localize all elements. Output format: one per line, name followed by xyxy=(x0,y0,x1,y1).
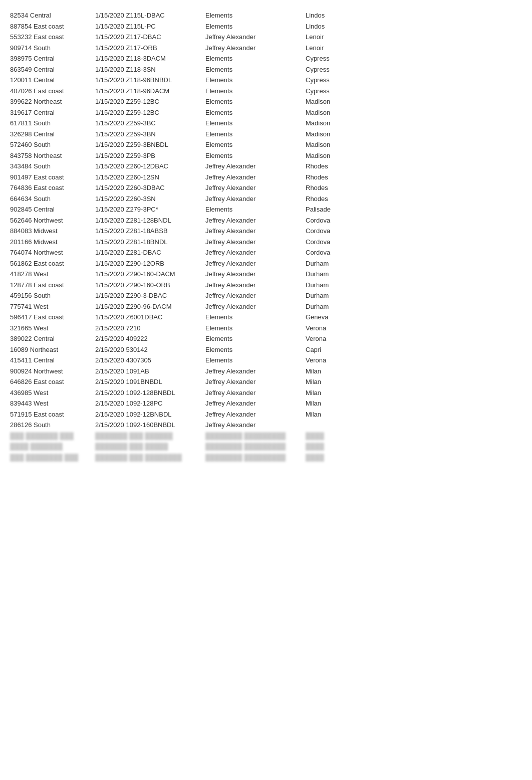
row-id: 764836 East coast xyxy=(10,183,95,193)
row-date: 2/15/2020 409222 xyxy=(95,334,205,344)
row-type: Elements xyxy=(205,22,306,32)
row-date: 1/15/2020 Z259-3BNBDL xyxy=(95,140,205,150)
row-type: Jeffrey Alexander xyxy=(205,366,306,376)
row-city: Lindos xyxy=(306,11,366,21)
row-date: 1/15/2020 Z281-18BNDL xyxy=(95,237,205,247)
row-date: 1/15/2020 Z290-160-ORB xyxy=(95,280,205,290)
row-id: 775741 West xyxy=(10,302,95,312)
row-type: Jeffrey Alexander xyxy=(205,183,306,193)
row-city: Madison xyxy=(306,151,366,161)
row-type: Jeffrey Alexander xyxy=(205,302,306,312)
row-type: Jeffrey Alexander xyxy=(205,172,306,182)
row-type: Jeffrey Alexander xyxy=(205,194,306,204)
table-row: 843758 Northeast 1/15/2020 Z259-3PB Elem… xyxy=(10,150,522,161)
row-date: 1/15/2020 Z117-ORB xyxy=(95,43,205,53)
row-id: 201166 Midwest xyxy=(10,237,95,247)
table-row: 900924 Northwest 2/15/2020 1091AB Jeffre… xyxy=(10,366,522,377)
row-city: Durham xyxy=(306,302,366,312)
row-id: 909714 South xyxy=(10,43,95,53)
row-city: Geneva xyxy=(306,312,366,322)
row-date: 1/15/2020 Z260-12SN xyxy=(95,172,205,182)
row-date: 2/15/2020 1091AB xyxy=(95,366,205,376)
row-date: 1/15/2020 Z290-160-DACM xyxy=(95,269,205,279)
row-id: 884083 Midwest xyxy=(10,226,95,236)
row-city: Capri xyxy=(306,345,366,355)
table-row: 887854 East coast 1/15/2020 Z115L-PC Ele… xyxy=(10,21,522,32)
row-id: 646826 East coast xyxy=(10,377,95,387)
row-id: 415411 Central xyxy=(10,355,95,365)
table-row: 128778 East coast 1/15/2020 Z290-160-ORB… xyxy=(10,280,522,291)
row-id: 901497 East coast xyxy=(10,172,95,182)
row-id: 571915 East coast xyxy=(10,410,95,420)
row-city: Lenoir xyxy=(306,32,366,42)
row-id: 326298 Central xyxy=(10,129,95,139)
table-row: 389022 Central 2/15/2020 409222 Elements… xyxy=(10,333,522,344)
row-id: 436985 West xyxy=(10,388,95,398)
table-row: 399622 Northeast 1/15/2020 Z259-12BC Ele… xyxy=(10,96,522,107)
table-row: 596417 East coast 1/15/2020 Z6001DBAC El… xyxy=(10,312,522,323)
row-city: Durham xyxy=(306,269,366,279)
row-date: 1/15/2020 Z118-96BNBDL xyxy=(95,75,205,85)
row-city: Milan xyxy=(306,399,366,409)
table-row: 407026 East coast 1/15/2020 Z118-96DACM … xyxy=(10,86,522,97)
row-date: ███████ ███ █████ xyxy=(95,442,205,452)
row-date: 1/15/2020 Z259-3PB xyxy=(95,151,205,161)
row-date: 1/15/2020 Z260-3DBAC xyxy=(95,183,205,193)
table-row-blurred: ███ ████████ ███ ███████ ███ ████████ ██… xyxy=(10,452,522,463)
row-city: Madison xyxy=(306,129,366,139)
row-id: 617811 South xyxy=(10,118,95,128)
row-city: Verona xyxy=(306,355,366,365)
row-city: Rhodes xyxy=(306,183,366,193)
row-date: 1/15/2020 Z290-12ORB xyxy=(95,259,205,269)
row-date: ███████ ███ ██████ xyxy=(95,431,205,441)
row-id: 16089 Northeast xyxy=(10,345,95,355)
row-id: 553232 East coast xyxy=(10,32,95,42)
table-row: 82534 Central 1/15/2020 Z115L-DBAC Eleme… xyxy=(10,10,522,21)
row-city: Verona xyxy=(306,334,366,344)
row-date: 2/15/2020 1092-12BNBDL xyxy=(95,410,205,420)
row-id: 398975 Central xyxy=(10,54,95,64)
row-city: Milan xyxy=(306,366,366,376)
row-type: Jeffrey Alexander xyxy=(205,216,306,226)
row-type: ████████ █████████ xyxy=(205,431,306,441)
row-date: 1/15/2020 Z260-3SN xyxy=(95,194,205,204)
row-id: 120011 Central xyxy=(10,75,95,85)
row-id: 319617 Central xyxy=(10,108,95,118)
row-type: Elements xyxy=(205,151,306,161)
row-type: Jeffrey Alexander xyxy=(205,32,306,42)
row-id: 418278 West xyxy=(10,269,95,279)
row-date: 1/15/2020 Z118-96DACM xyxy=(95,86,205,96)
row-city: Palisade xyxy=(306,205,366,215)
row-type: Jeffrey Alexander xyxy=(205,388,306,398)
row-date: 1/15/2020 Z290-96-DACM xyxy=(95,302,205,312)
row-id: 286126 South xyxy=(10,420,95,430)
row-type: Elements xyxy=(205,86,306,96)
table-row: 561862 East coast 1/15/2020 Z290-12ORB J… xyxy=(10,258,522,269)
row-id: 343484 South xyxy=(10,161,95,171)
table-row: 764836 East coast 1/15/2020 Z260-3DBAC J… xyxy=(10,182,522,193)
row-city: ████ xyxy=(306,453,366,463)
row-city: Durham xyxy=(306,259,366,269)
row-city: Madison xyxy=(306,140,366,150)
row-city: Durham xyxy=(306,280,366,290)
row-date: 2/15/2020 4307305 xyxy=(95,355,205,365)
row-city: Milan xyxy=(306,410,366,420)
row-city: Cypress xyxy=(306,75,366,85)
row-city: ████ xyxy=(306,431,366,441)
table-row: 415411 Central 2/15/2020 4307305 Element… xyxy=(10,355,522,366)
table-row-blurred: ███ ███████ ███ ███████ ███ ██████ █████… xyxy=(10,431,522,442)
row-type: Elements xyxy=(205,54,306,64)
row-city: Durham xyxy=(306,291,366,301)
row-id: 572460 South xyxy=(10,140,95,150)
row-type: Elements xyxy=(205,75,306,85)
row-city: Madison xyxy=(306,118,366,128)
row-city: Rhodes xyxy=(306,172,366,182)
row-city: Lindos xyxy=(306,22,366,32)
row-type: Jeffrey Alexander xyxy=(205,43,306,53)
table-row: 839443 West 2/15/2020 1092-128PC Jeffrey… xyxy=(10,398,522,409)
row-type: Jeffrey Alexander xyxy=(205,248,306,258)
table-row: 286126 South 2/15/2020 1092-160BNBDL Jef… xyxy=(10,420,522,431)
row-id: ███ ████████ ███ xyxy=(10,453,95,463)
row-date: 1/15/2020 Z290-3-DBAC xyxy=(95,291,205,301)
row-type: Jeffrey Alexander xyxy=(205,161,306,171)
